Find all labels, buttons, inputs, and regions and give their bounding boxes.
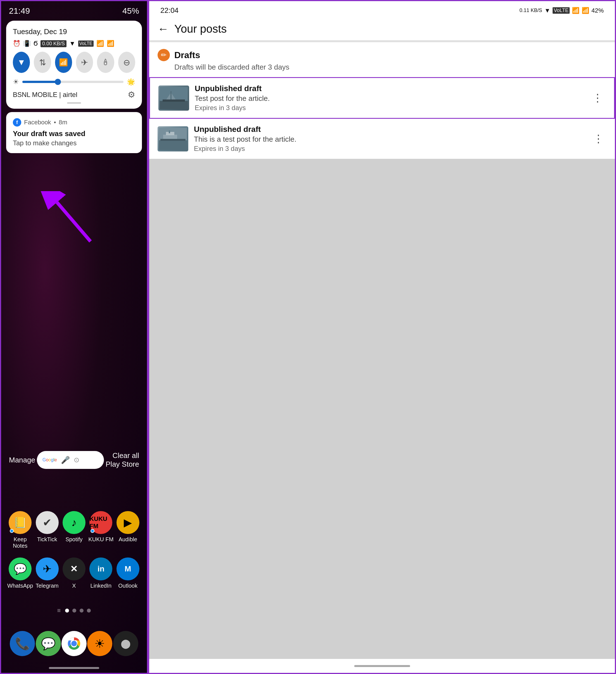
x-label: X xyxy=(72,583,76,589)
drafts-title: Drafts xyxy=(174,50,200,61)
page-dot-3 xyxy=(80,608,84,612)
telegram-icon: ✈ xyxy=(36,557,59,580)
signal3-icon: 📶 xyxy=(572,7,580,14)
draft-menu-2[interactable]: ⋮ xyxy=(590,130,607,148)
app-keep-notes[interactable]: 📒 Keep Notes xyxy=(8,511,33,549)
manage-button[interactable]: Manage xyxy=(9,456,35,464)
keep-notes-icon: 📒 xyxy=(9,511,31,534)
torch-toggle[interactable]: 🕯 xyxy=(97,52,114,73)
app-grid: 📒 Keep Notes ✔ TickTick ♪ Spotify KUKU F… xyxy=(1,511,147,597)
brightness-high-icon: 🌟 xyxy=(127,78,135,86)
clear-all-button[interactable]: Clear all Play Store xyxy=(106,451,139,469)
wifi-icon2: ▼ xyxy=(69,40,76,47)
status-right-icons: 0.11 KB/S ▼ VoLTE 📶 📶 42% xyxy=(519,7,604,14)
left-panel: 21:49 45% Tuesday, Dec 19 ⏰ 📳 Ϭ 0.00 KB/… xyxy=(0,0,148,674)
data-toggle[interactable]: ⇅ xyxy=(34,52,51,73)
data-toggle-icon: ⇅ xyxy=(39,58,46,67)
app-audible[interactable]: ▶ Audible xyxy=(115,511,140,549)
signal4-icon: 📶 xyxy=(582,7,589,14)
app-kukufm[interactable]: KUKU FM KUKU FM xyxy=(88,511,113,549)
signal1-icon: 📶 xyxy=(96,40,104,47)
draft-status-2: Unpublished draft xyxy=(194,125,585,134)
data-speed-icon: 0.00 KB/S xyxy=(40,40,67,47)
page-dots: ≡ xyxy=(1,607,147,614)
vibrate-icon: 📳 xyxy=(23,40,31,47)
brightness-row: ☀ 🌟 xyxy=(13,78,135,86)
home-bar-left xyxy=(49,667,99,669)
google-search-bar[interactable]: Google 🎤 ⊙ xyxy=(37,451,104,469)
draft-item-1[interactable]: Unpublished draft Test post for the arti… xyxy=(149,77,615,119)
dock-phone[interactable]: 📞 xyxy=(10,631,35,656)
app-telegram[interactable]: ✈ Telegram xyxy=(35,557,60,589)
notif-title: Your draft was saved xyxy=(13,129,135,138)
notif-time: 8m xyxy=(59,119,67,126)
qs-date: Tuesday, Dec 19 xyxy=(13,27,135,36)
airplane-icon: ✈ xyxy=(81,58,88,67)
settings-icon[interactable]: ⚙ xyxy=(128,90,135,100)
qs-toggle-row: ▼ ⇅ 📶 ✈ 🕯 ⊖ xyxy=(13,52,135,73)
volte-icon: VoLTE xyxy=(78,40,94,47)
play-store-label: Play Store xyxy=(106,460,139,469)
data-speed-right: 0.11 KB/S xyxy=(519,8,542,13)
brightness-slider[interactable] xyxy=(22,81,123,83)
dock: 📞 💬 ☀ ⬤ xyxy=(1,631,147,656)
dock-weather[interactable]: ☀ xyxy=(87,631,112,656)
spotify-icon: ♪ xyxy=(63,511,86,534)
app-header: ← Your posts xyxy=(149,18,615,40)
app-x[interactable]: ✕ X xyxy=(61,557,87,589)
keep-notes-label: Keep Notes xyxy=(8,536,33,549)
draft-expires-2: Expires in 3 days xyxy=(194,145,585,152)
clear-all-label: Clear all xyxy=(106,451,139,460)
draft-menu-1[interactable]: ⋮ xyxy=(590,89,606,107)
dnd-toggle[interactable]: ⊖ xyxy=(118,52,135,73)
signal2-icon: 📶 xyxy=(107,40,114,47)
google-g-icon: Google xyxy=(42,457,57,462)
dnd-icon: ⊖ xyxy=(123,58,130,67)
network-label: BSNL MOBILE | airtel xyxy=(13,91,78,99)
bluetooth-toggle[interactable]: 📶 xyxy=(55,52,72,73)
volte-right-icon: VoLTE xyxy=(552,7,570,14)
status-bar-left: 21:49 45% xyxy=(1,1,147,18)
dock-chrome[interactable] xyxy=(61,631,87,656)
outlook-icon: M xyxy=(117,557,139,580)
app-whatsapp[interactable]: 💬 WhatsApp xyxy=(8,557,33,589)
dock-messages[interactable]: 💬 xyxy=(36,631,61,656)
drafts-header: ✏ Drafts xyxy=(157,49,607,61)
x-icon: ✕ xyxy=(63,557,86,580)
page-dot-1 xyxy=(65,608,69,612)
airplane-toggle[interactable]: ✈ xyxy=(76,52,93,73)
app-spotify[interactable]: ♪ Spotify xyxy=(61,511,87,549)
mic-icon[interactable]: 🎤 xyxy=(61,456,70,464)
draft-expires-1: Expires in 3 days xyxy=(195,104,584,112)
draft-desc-2: This is a test post for the article. xyxy=(194,135,585,144)
svg-rect-15 xyxy=(160,139,186,141)
facebook-icon: f xyxy=(13,118,21,127)
app-row-2: 💬 WhatsApp ✈ Telegram ✕ X in LinkedIn M … xyxy=(7,557,141,589)
app-outlook[interactable]: M Outlook xyxy=(115,557,140,589)
qs-icons-row: ⏰ 📳 Ϭ 0.00 KB/S ▼ VoLTE 📶 📶 xyxy=(13,40,135,47)
audible-icon: ▶ xyxy=(117,511,139,534)
brightness-low-icon: ☀ xyxy=(13,78,19,86)
bt-icon: Ϭ xyxy=(33,40,38,47)
notif-header: f Facebook • 8m xyxy=(13,118,135,127)
draft-item-2[interactable]: Unpublished draft This is a test post fo… xyxy=(149,119,615,159)
dock-camera[interactable]: ⬤ xyxy=(113,631,138,656)
bluetooth-icon: 📶 xyxy=(59,58,68,67)
app-ticktick[interactable]: ✔ TickTick xyxy=(35,511,60,549)
kukufm-label: KUKU FM xyxy=(88,536,113,543)
notification-card[interactable]: f Facebook • 8m Your draft was saved Tap… xyxy=(6,112,142,153)
draft-info-2: Unpublished draft This is a test post fo… xyxy=(194,125,585,152)
whatsapp-label: WhatsApp xyxy=(7,583,33,589)
linkedin-icon: in xyxy=(89,557,112,580)
drafts-icon: ✏ xyxy=(157,49,170,61)
qs-handle xyxy=(67,102,81,104)
linkedin-label: LinkedIn xyxy=(91,583,112,589)
app-linkedin[interactable]: in LinkedIn xyxy=(88,557,113,589)
lens-icon[interactable]: ⊙ xyxy=(74,456,79,464)
back-button[interactable]: ← xyxy=(157,23,169,35)
bottom-controls: Manage Google 🎤 ⊙ Clear all Play Store xyxy=(1,451,147,469)
home-indicator xyxy=(354,665,410,667)
drafts-subtitle: Drafts will be discarded after 3 days xyxy=(157,63,607,72)
time-left: 21:49 xyxy=(9,6,30,16)
wifi-toggle[interactable]: ▼ xyxy=(13,52,30,73)
